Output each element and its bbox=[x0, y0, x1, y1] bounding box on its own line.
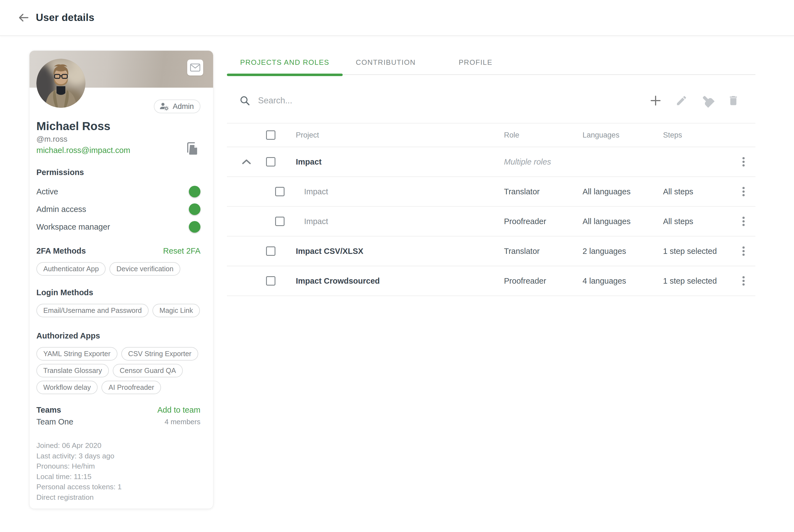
tab[interactable]: PROJECTS AND ROLES bbox=[227, 50, 343, 75]
tab-label: PROJECTS AND ROLES bbox=[240, 58, 329, 67]
table-row[interactable]: Impact CSV/XLSX Translator 2 languages 1… bbox=[227, 236, 755, 266]
team-members-count: 4 members bbox=[165, 418, 201, 426]
cell-role: Multiple roles bbox=[504, 157, 583, 167]
permission-label: Admin access bbox=[36, 205, 86, 214]
row-checkbox[interactable] bbox=[275, 187, 284, 196]
kebab-menu-button[interactable] bbox=[737, 184, 750, 199]
login-method-chips: Email/Username and PasswordMagic Link bbox=[36, 304, 201, 317]
tag-chip: Email/Username and Password bbox=[36, 304, 149, 317]
kebab-menu-button[interactable] bbox=[737, 154, 750, 169]
tag-chip: Workflow delay bbox=[36, 381, 98, 394]
kebab-menu-button[interactable] bbox=[737, 244, 750, 259]
table-row[interactable]: Impact Proofreader All languages All ste… bbox=[227, 207, 755, 236]
table-row[interactable]: Impact Crowdsourced Proofreader 4 langua… bbox=[227, 266, 755, 296]
search-icon bbox=[239, 95, 250, 106]
copy-icon bbox=[186, 142, 198, 155]
envelope-icon bbox=[190, 63, 201, 72]
user-card: Admin Michael Ross @m.ross michael.ross@… bbox=[29, 51, 213, 509]
teams-heading: Teams Add to team bbox=[36, 405, 201, 415]
teams-list: Team One 4 members bbox=[30, 416, 213, 427]
cell-project: Impact CSV/XLSX bbox=[290, 247, 504, 256]
add-to-team-link[interactable]: Add to team bbox=[157, 405, 201, 415]
kebab-menu-button[interactable] bbox=[737, 273, 750, 288]
pencil-icon bbox=[676, 95, 687, 107]
cell-steps: All steps bbox=[663, 187, 732, 196]
projects-table-body: Impact Multiple roles Impact Translator … bbox=[227, 147, 755, 296]
permission-toggle-row: Workspace manager bbox=[36, 218, 201, 236]
twofa-heading: 2FA Methods Reset 2FA bbox=[36, 246, 201, 255]
search-input[interactable] bbox=[258, 96, 506, 106]
user-meta-line: Personal access tokens: 1 bbox=[36, 482, 201, 492]
login-methods-title: Login Methods bbox=[36, 288, 93, 297]
cell-role: Proofreader bbox=[504, 217, 583, 226]
manage-account-icon bbox=[159, 102, 169, 111]
tab-bar: PROJECTS AND ROLES CONTRIBUTION PROFILE bbox=[227, 51, 755, 75]
authorized-apps-title: Authorized Apps bbox=[36, 331, 100, 340]
tab[interactable]: PROFILE bbox=[446, 50, 506, 75]
back-button[interactable] bbox=[16, 10, 32, 25]
permission-label: Workspace manager bbox=[36, 223, 110, 231]
row-checkbox[interactable] bbox=[266, 157, 276, 167]
clear-translations-button[interactable] bbox=[701, 95, 714, 107]
team-row: Team One 4 members bbox=[36, 416, 201, 427]
cell-steps: All steps bbox=[663, 217, 732, 226]
tag-chip: Censor Guard QA bbox=[113, 364, 183, 377]
cell-languages: 4 languages bbox=[583, 277, 663, 286]
admin-badge-label: Admin bbox=[173, 102, 194, 111]
teams-title: Teams bbox=[36, 405, 61, 415]
tag-chip: YAML String Exporter bbox=[36, 347, 117, 361]
cell-steps: 1 step selected bbox=[663, 277, 732, 286]
delete-button[interactable] bbox=[727, 95, 739, 107]
copy-email-button[interactable] bbox=[185, 142, 199, 156]
row-checkbox[interactable] bbox=[275, 217, 284, 226]
reset-2fa-link[interactable]: Reset 2FA bbox=[163, 246, 201, 255]
team-name: Team One bbox=[36, 417, 73, 426]
tag-chip: Authenticator App bbox=[36, 262, 106, 276]
edit-button[interactable] bbox=[676, 95, 687, 107]
column-project: Project bbox=[290, 131, 504, 139]
user-meta-line: Last activity: 3 days ago bbox=[36, 451, 201, 461]
tab[interactable]: CONTRIBUTION bbox=[343, 50, 429, 75]
permission-label: Active bbox=[36, 187, 58, 196]
collapse-group-button[interactable] bbox=[240, 156, 252, 168]
admin-badge: Admin bbox=[154, 99, 201, 113]
user-meta-line: Joined: 06 Apr 2020 bbox=[36, 440, 201, 451]
toggle-switch[interactable] bbox=[183, 205, 199, 214]
permission-toggle-row: Admin access bbox=[36, 201, 201, 218]
tag-chip: AI Proofreader bbox=[101, 381, 161, 394]
toggle-switch[interactable] bbox=[183, 223, 199, 231]
login-methods-heading: Login Methods bbox=[36, 288, 201, 297]
tag-chip: CSV String Exporter bbox=[121, 347, 198, 361]
search-bar bbox=[239, 95, 649, 106]
tag-chip: Device verification bbox=[110, 262, 180, 276]
toolbar-actions bbox=[649, 95, 739, 107]
permission-toggle-row: Active bbox=[36, 183, 201, 201]
user-name: Michael Ross bbox=[36, 120, 206, 133]
column-languages: Languages bbox=[583, 131, 663, 139]
table-row[interactable]: Impact Multiple roles bbox=[227, 147, 755, 177]
app-header: User details bbox=[0, 0, 794, 36]
cell-project: Impact bbox=[290, 217, 504, 226]
authorized-apps-heading: Authorized Apps bbox=[36, 331, 201, 340]
add-button[interactable] bbox=[649, 95, 662, 107]
table-header: Project Role Languages Steps bbox=[227, 124, 755, 147]
select-all-checkbox[interactable] bbox=[266, 130, 276, 140]
user-meta: Joined: 06 Apr 2020Last activity: 3 days… bbox=[36, 440, 201, 502]
row-checkbox[interactable] bbox=[266, 246, 276, 256]
column-role: Role bbox=[504, 131, 583, 139]
user-meta-line: Local time: 11:15 bbox=[36, 472, 201, 482]
cell-project: Impact Crowdsourced bbox=[290, 277, 504, 286]
row-checkbox[interactable] bbox=[266, 276, 276, 286]
page-title: User details bbox=[36, 12, 94, 23]
kebab-menu-button[interactable] bbox=[737, 214, 750, 229]
permissions-heading: Permissions bbox=[36, 168, 201, 177]
user-email-link[interactable]: michael.ross@impact.com bbox=[36, 145, 130, 156]
tag-chip: Magic Link bbox=[152, 304, 200, 317]
table-row[interactable]: Impact Translator All languages All step… bbox=[227, 177, 755, 207]
toggle-switch[interactable] bbox=[183, 187, 199, 196]
cell-languages: All languages bbox=[583, 187, 663, 196]
send-email-button[interactable] bbox=[187, 59, 203, 76]
permissions-title: Permissions bbox=[36, 168, 84, 177]
user-meta-line: Pronouns: He/him bbox=[36, 461, 201, 472]
cell-project: Impact bbox=[290, 187, 504, 196]
